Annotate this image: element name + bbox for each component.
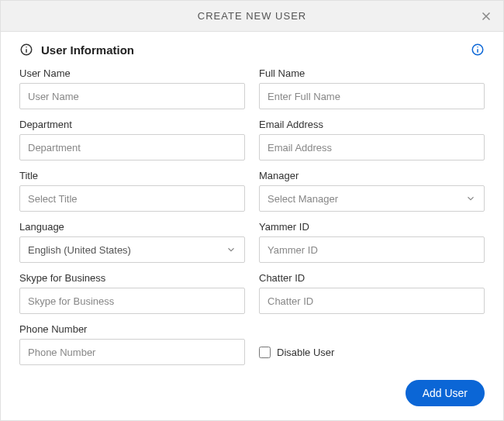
disable-user-checkbox[interactable]	[259, 347, 271, 358]
close-icon	[479, 9, 493, 23]
section-header: User Information	[19, 43, 485, 57]
create-user-dialog: CREATE NEW USER User Information User Na…	[0, 0, 504, 421]
phone-input[interactable]	[19, 339, 245, 365]
dialog-footer: Add User	[1, 372, 503, 420]
chatter-label: Chatter ID	[259, 272, 485, 284]
manager-label: Manager	[259, 170, 485, 181]
skype-input[interactable]	[19, 288, 245, 314]
phone-label: Phone Number	[19, 323, 245, 335]
title-label: Title	[19, 170, 245, 181]
full-name-field: Full Name	[259, 67, 485, 109]
add-user-button[interactable]: Add User	[406, 380, 485, 406]
department-label: Department	[19, 119, 245, 130]
department-input[interactable]	[19, 134, 245, 160]
email-field: Email Address	[259, 119, 485, 160]
department-field: Department	[19, 119, 245, 160]
dialog-title: CREATE NEW USER	[198, 10, 306, 22]
full-name-label: Full Name	[259, 67, 485, 79]
title-field: Title	[19, 170, 245, 212]
info-icon	[19, 43, 33, 57]
disable-user-label: Disable User	[277, 347, 334, 358]
dialog-content: User Information User Name Full Name Dep…	[1, 32, 503, 372]
yammer-input[interactable]	[259, 236, 485, 263]
titlebar: CREATE NEW USER	[1, 1, 503, 32]
chatter-input[interactable]	[259, 288, 485, 314]
title-input[interactable]	[19, 185, 245, 212]
close-button[interactable]	[477, 7, 495, 26]
language-select[interactable]: English (United States)	[19, 236, 245, 263]
chatter-field: Chatter ID	[259, 272, 485, 314]
chevron-down-icon	[226, 244, 236, 255]
manager-select-value: Select Manager	[268, 193, 338, 205]
form-grid: User Name Full Name Department Email Add…	[19, 67, 485, 372]
language-label: Language	[19, 221, 245, 233]
manager-select[interactable]: Select Manager	[259, 185, 485, 212]
full-name-input[interactable]	[259, 83, 485, 109]
language-field: Language English (United States)	[19, 221, 245, 263]
language-select-value: English (United States)	[28, 244, 131, 256]
help-icon[interactable]	[471, 43, 485, 57]
skype-field: Skype for Business	[19, 272, 245, 314]
user-name-label: User Name	[19, 67, 245, 79]
email-input[interactable]	[259, 134, 485, 160]
user-name-field: User Name	[19, 67, 245, 109]
yammer-field: Yammer ID	[259, 221, 485, 263]
user-name-input[interactable]	[19, 83, 245, 109]
svg-point-5	[477, 47, 478, 48]
skype-label: Skype for Business	[19, 272, 245, 284]
manager-field: Manager Select Manager	[259, 170, 485, 212]
yammer-label: Yammer ID	[259, 221, 485, 233]
email-label: Email Address	[259, 119, 485, 130]
disable-user-row: Disable User	[259, 339, 485, 365]
chevron-down-icon	[465, 193, 476, 204]
phone-field: Phone Number	[19, 323, 245, 365]
section-title: User Information	[41, 43, 134, 57]
svg-point-2	[26, 47, 27, 48]
